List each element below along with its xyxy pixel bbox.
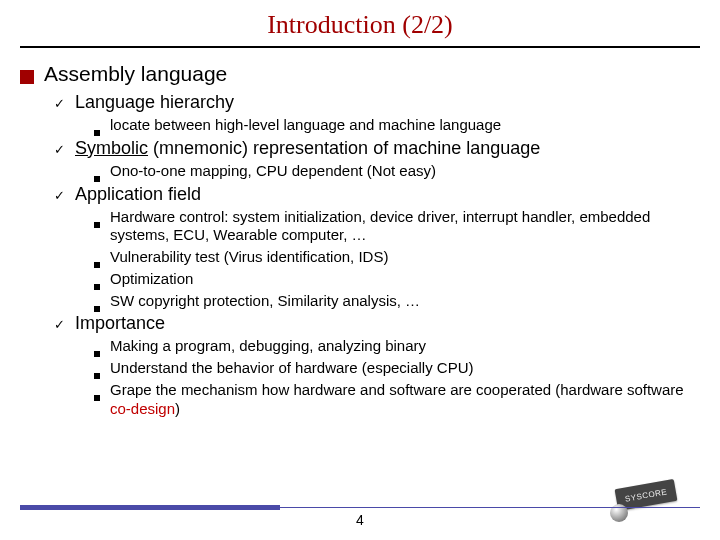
- highlighted-term: co-design: [110, 400, 175, 417]
- detail-text: SW copyright protection, Similarity anal…: [110, 292, 420, 311]
- square-dot-icon: [94, 351, 100, 357]
- detail-item: Hardware control: system initialization,…: [94, 208, 700, 246]
- square-dot-icon: [94, 306, 100, 312]
- subtopic-label: Application field: [75, 184, 201, 205]
- detail-item: locate between high-level language and m…: [94, 116, 700, 135]
- check-icon: ✓: [54, 96, 65, 111]
- underlined-term: Symbolic: [75, 138, 148, 158]
- subtopic-label: Language hierarchy: [75, 92, 234, 113]
- detail-text: locate between high-level language and m…: [110, 116, 501, 135]
- detail-item: Understand the behavior of hardware (esp…: [94, 359, 700, 378]
- detail-text: Ono-to-one mapping, CPU dependent (Not e…: [110, 162, 436, 181]
- square-dot-icon: [94, 284, 100, 290]
- check-icon: ✓: [54, 142, 65, 157]
- detail-post: ): [175, 400, 180, 417]
- detail-text: Grape the mechanism how hardware and sof…: [110, 381, 700, 419]
- square-dot-icon: [94, 262, 100, 268]
- footer-bar-thin: [280, 507, 700, 508]
- slide: Introduction (2/2) Assembly language ✓ L…: [0, 0, 720, 540]
- square-dot-icon: [94, 395, 100, 401]
- square-bullet-icon: [20, 70, 34, 84]
- subtopic-tail: (mnemonic) representation of machine lan…: [148, 138, 540, 158]
- square-dot-icon: [94, 222, 100, 228]
- subtopic-application-field: ✓ Application field: [54, 184, 700, 205]
- square-dot-icon: [94, 373, 100, 379]
- detail-item: Vulnerability test (Virus identification…: [94, 248, 700, 267]
- subtopic-language-hierarchy: ✓ Language hierarchy: [54, 92, 700, 113]
- subtopic-symbolic-representation: ✓ Symbolic (mnemonic) representation of …: [54, 138, 700, 159]
- check-icon: ✓: [54, 188, 65, 203]
- detail-text: Making a program, debugging, analyzing b…: [110, 337, 426, 356]
- detail-text: Understand the behavior of hardware (esp…: [110, 359, 474, 378]
- detail-text: Optimization: [110, 270, 193, 289]
- slide-footer: 4: [20, 505, 700, 528]
- footer-bar-thick: [20, 505, 280, 510]
- subtopic-label: Symbolic (mnemonic) representation of ma…: [75, 138, 540, 159]
- topic-text: Assembly language: [44, 62, 227, 86]
- detail-item: SW copyright protection, Similarity anal…: [94, 292, 700, 311]
- topic-heading: Assembly language: [20, 62, 700, 86]
- detail-item: Grape the mechanism how hardware and sof…: [94, 381, 700, 419]
- detail-item: Ono-to-one mapping, CPU dependent (Not e…: [94, 162, 700, 181]
- detail-text: Vulnerability test (Virus identification…: [110, 248, 388, 267]
- detail-pre: Grape the mechanism how hardware and sof…: [110, 381, 684, 398]
- footer-divider: [20, 505, 700, 510]
- subtopic-label: Importance: [75, 313, 165, 334]
- page-number: 4: [20, 512, 700, 528]
- square-dot-icon: [94, 130, 100, 136]
- check-icon: ✓: [54, 317, 65, 332]
- page-title: Introduction (2/2): [20, 10, 700, 46]
- square-dot-icon: [94, 176, 100, 182]
- detail-item: Optimization: [94, 270, 700, 289]
- title-divider: [20, 46, 700, 48]
- detail-item: Making a program, debugging, analyzing b…: [94, 337, 700, 356]
- detail-text: Hardware control: system initialization,…: [110, 208, 700, 246]
- subtopic-importance: ✓ Importance: [54, 313, 700, 334]
- slide-content: Assembly language ✓ Language hierarchy l…: [20, 62, 700, 418]
